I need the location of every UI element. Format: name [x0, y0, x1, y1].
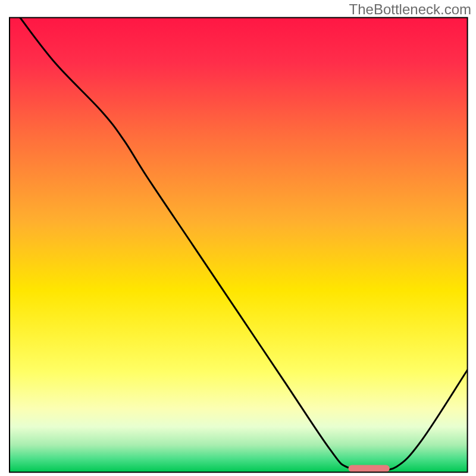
optimum-marker [349, 465, 390, 472]
gradient-background [10, 18, 468, 472]
bottleneck-chart: TheBottleneck.com [0, 0, 476, 476]
watermark-text: TheBottleneck.com [349, 1, 471, 18]
chart-svg [0, 0, 476, 476]
